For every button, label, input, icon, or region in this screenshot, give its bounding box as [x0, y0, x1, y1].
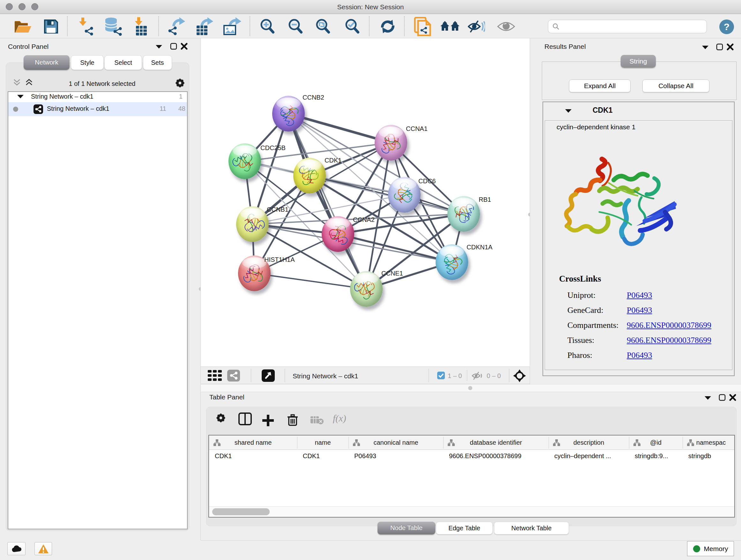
network-node-cdkn1a[interactable] [435, 244, 468, 280]
network-node-cdk1[interactable] [293, 158, 326, 193]
splitter-handle[interactable] [468, 386, 472, 390]
collapse-all-button[interactable]: Collapse All [643, 79, 710, 92]
results-panel-float-icon[interactable] [716, 44, 723, 51]
table-panel-close-icon[interactable] [729, 394, 736, 401]
table-cell[interactable]: cyclin–dependent ... [554, 452, 611, 460]
network-node-cdc25b[interactable] [228, 143, 261, 179]
tab-string[interactable]: String [621, 55, 656, 68]
table-cell[interactable]: CDK1 [297, 452, 326, 460]
control-panel-menu-icon[interactable] [155, 44, 163, 49]
expand-all-button[interactable]: Expand All [569, 79, 630, 92]
network-options-gear-icon[interactable] [175, 78, 185, 88]
tab-network-table[interactable]: Network Table [494, 522, 569, 535]
node-label-ccnb2: CCNB2 [302, 94, 324, 101]
tab-select[interactable]: Select [105, 55, 142, 70]
collapse-all-chevron-icon[interactable] [13, 78, 21, 86]
main-toolbar: ? [0, 14, 741, 38]
protein-ribbon-art [236, 206, 269, 242]
network-node-ccna2[interactable] [322, 216, 354, 252]
node-label-ccna1: CCNA1 [406, 125, 428, 132]
network-node-ccna1[interactable] [375, 125, 407, 161]
hide-glass-icon[interactable] [468, 14, 485, 38]
zoom-in-icon[interactable] [259, 14, 276, 38]
add-column-icon[interactable] [262, 414, 274, 427]
show-columns-icon[interactable] [239, 413, 252, 425]
network-node-cdc6[interactable] [388, 177, 421, 212]
network-canvas[interactable]: CCNB2CCNA1CDC25BCDK1CDC6RB1CCNB1CCNA2CDK… [201, 38, 530, 367]
table-cell[interactable]: 9606.ENSP00000378699 [449, 452, 522, 460]
control-panel-float-icon[interactable] [170, 43, 177, 50]
node-label-hist1h1a: HIST1H1A [264, 256, 295, 263]
expand-all-chevron-icon[interactable] [25, 78, 33, 86]
open-session-icon[interactable] [14, 14, 32, 38]
delete-table-icon[interactable] [311, 416, 324, 425]
import-table-icon[interactable] [132, 14, 149, 38]
control-panel-close-icon[interactable] [181, 43, 188, 50]
selected-checkbox-icon[interactable] [437, 372, 445, 379]
results-panel-menu-icon[interactable] [701, 45, 709, 50]
crosslink-value[interactable]: 9606.ENSP00000378699 [627, 335, 711, 345]
tab-node-table[interactable]: Node Table [378, 522, 435, 535]
memory-button[interactable]: Memory [687, 541, 734, 556]
results-panel-close-icon[interactable] [727, 44, 734, 51]
warning-status-button[interactable] [35, 542, 52, 555]
node-table: shared namenamecanonical namedatabase id… [208, 435, 735, 517]
canvas-toolbar-separator [509, 369, 509, 382]
crosslink-value[interactable]: 9606.ENSP00000378699 [627, 320, 711, 330]
help-button[interactable]: ? [719, 19, 734, 34]
network-node-rb1[interactable] [448, 196, 480, 232]
network-node-ccnb1[interactable] [236, 206, 269, 242]
zoom-out-icon[interactable] [287, 14, 304, 38]
zoom-fit-icon[interactable] [315, 14, 331, 38]
network-node-ccnb2[interactable] [272, 96, 305, 132]
grid-view-icon[interactable] [208, 370, 222, 381]
table-options-gear-icon[interactable] [216, 413, 226, 423]
network-share-view-icon[interactable] [227, 370, 240, 381]
protein-ribbon-art [293, 158, 326, 193]
show-eye-icon[interactable] [497, 14, 515, 38]
section-collapse-icon[interactable] [565, 109, 572, 113]
table-cell[interactable]: P06493 [354, 452, 376, 460]
table-panel-menu-icon[interactable] [704, 395, 712, 400]
import-network-from-database-icon[interactable] [104, 14, 123, 38]
zoom-selected-icon[interactable] [344, 14, 360, 38]
export-table-icon[interactable] [195, 14, 214, 38]
export-network-icon[interactable] [168, 14, 186, 38]
delete-column-icon[interactable] [287, 414, 298, 426]
tab-network[interactable]: Network [23, 55, 70, 70]
horizontal-splitter[interactable] [201, 384, 741, 392]
scrollbar-thumb[interactable] [212, 508, 270, 515]
save-session-icon[interactable] [43, 14, 59, 38]
collection-count: 1 [179, 93, 183, 100]
table-panel-float-icon[interactable] [719, 394, 726, 401]
tab-style[interactable]: Style [71, 55, 104, 70]
horizontal-scrollbar[interactable] [209, 506, 734, 517]
protein-ribbon-art [388, 177, 421, 212]
function-builder-icon[interactable]: f(x) [333, 413, 346, 424]
network-node-ccne1[interactable] [350, 271, 383, 307]
tab-sets[interactable]: Sets [143, 55, 172, 70]
cloud-status-button[interactable] [7, 542, 25, 555]
tab-edge-table[interactable]: Edge Table [436, 522, 493, 535]
copy-network-icon[interactable] [414, 14, 431, 38]
export-image-icon[interactable] [223, 14, 242, 38]
canvas-toolbar-separator [251, 369, 251, 382]
toolbar-separator [404, 16, 405, 36]
crosslink-value[interactable]: P06493 [627, 291, 652, 300]
table-cell[interactable]: CDK1 [215, 452, 232, 460]
network-row[interactable]: String Network – cdk1 11 48 [8, 102, 187, 116]
crosslink-value[interactable]: P06493 [627, 306, 652, 315]
string-homes-icon[interactable] [440, 14, 460, 38]
import-network-icon[interactable] [77, 14, 94, 38]
protein-ribbon-art [228, 143, 261, 179]
search-input[interactable] [548, 20, 707, 33]
refresh-icon[interactable] [380, 14, 396, 38]
network-collection-row[interactable]: String Network – cdk1 1 [8, 92, 187, 102]
table-cell[interactable]: stringdb:9... [635, 452, 668, 460]
table-cell[interactable]: stringdb [688, 452, 711, 460]
open-in-new-window-icon[interactable] [262, 369, 275, 382]
crosslink-value[interactable]: P06493 [627, 351, 652, 360]
fit-selected-crosshair-icon[interactable] [513, 369, 526, 382]
collection-expand-icon[interactable] [17, 95, 24, 99]
results-node-section: CDK1 cyclin–dependent kinase 1 [542, 102, 735, 376]
